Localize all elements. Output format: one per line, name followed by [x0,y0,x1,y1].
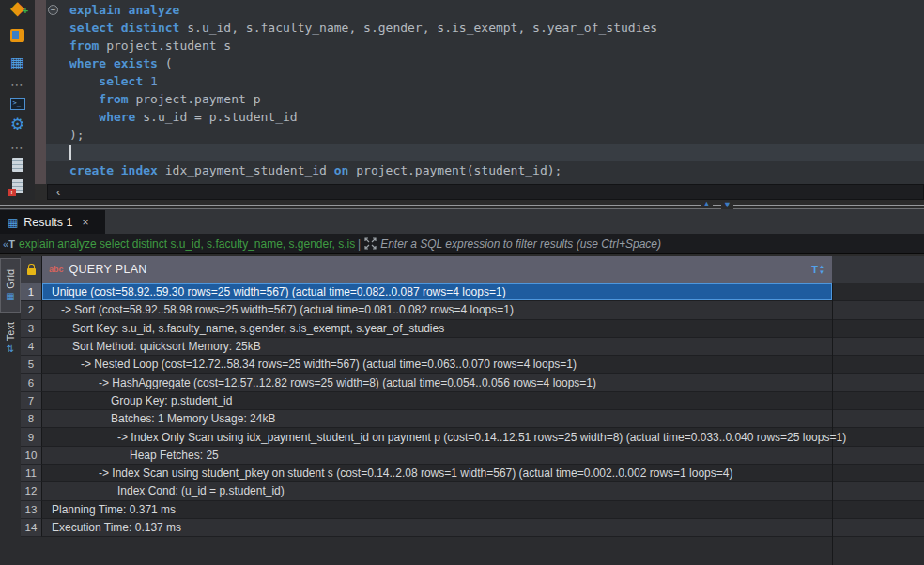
row-number-9[interactable]: 9 [21,428,42,446]
filter-input-placeholder[interactable]: Enter a SQL expression to filter results… [380,237,661,251]
plan-cell-7[interactable]: Group Key: p.student_id [42,392,924,409]
plan-row-1[interactable]: Unique (cost=58.92..59.30 rows=25 width=… [42,283,924,301]
maximize-panel-icon[interactable]: ▲ [701,200,713,208]
code-token [69,74,99,88]
code-token: s.u_id, s.faculty_name, s.gender, s.is_e… [179,21,657,35]
scroll-left-arrow-icon[interactable]: ‹ [56,186,60,198]
executed-query-text: explain analyze select distinct s.u_id, … [19,237,355,251]
row-number-13[interactable]: 13 [21,501,42,519]
toolbar-overflow-dots[interactable]: ⋯ [5,74,30,95]
data-table-button[interactable]: ▦ [5,52,30,72]
editor-line-3[interactable]: from project.student s [46,37,924,54]
row-number-12[interactable]: 12 [21,482,42,500]
row-number-8[interactable]: 8 [21,410,42,428]
plan-row-5[interactable]: -> Nested Loop (cost=12.72..58.34 rows=2… [42,356,924,374]
row-number-14[interactable]: 14 [21,519,42,537]
tab-text-view[interactable]: Text ⇅ [0,314,21,361]
plan-cell-5[interactable]: -> Nested Loop (cost=12.72..58.34 rows=2… [42,356,924,373]
plan-cell-13[interactable]: Planning Time: 0.371 ms [42,501,924,518]
editor-hscrollbar[interactable]: ‹ [47,184,924,200]
editor-line-6[interactable]: from project.payment p [46,90,924,108]
code-token: project.payment(student_id); [348,163,562,177]
ellipsis-icon: ⋯ [10,77,24,92]
filter-separator: | [358,237,361,251]
editor-line-7[interactable]: where s.u_id = p.student_id [46,108,924,126]
sql-editor-button[interactable] [5,25,30,46]
row-number-3[interactable]: 3 [21,320,42,338]
table-icon: ▦ [10,53,24,71]
code-token: 1 [143,74,158,88]
plan-cell-4[interactable]: Sort Method: quicksort Memory: 25kB [42,338,924,355]
gear-icon: ⚙ [10,115,24,134]
plan-row-12[interactable]: Index Cond: (u_id = p.student_id) [42,482,924,500]
row-number-7[interactable]: 7 [21,392,42,410]
settings-button[interactable]: ⚙ [5,114,30,134]
plan-cell-11[interactable]: -> Index Scan using student_pkey on stud… [42,465,924,481]
plan-row-10[interactable]: Heap Fetches: 25 [42,447,924,465]
tab-grid-view[interactable]: Grid ▦ [0,258,21,313]
row-number-6[interactable]: 6 [21,374,42,391]
plan-cell-text: Heap Fetches: 25 [42,449,219,462]
editor-line-10[interactable]: create index idx_payment_student_id on p… [46,161,924,179]
dbeaver-window: ◆+ ▦ ⋯ >_ ⚙ ⋯ ! −explain analyzeselect d… [0,0,924,565]
editor-line-9[interactable] [46,144,924,161]
plan-cell-1[interactable]: Unique (cost=58.92..59.30 rows=25 width=… [42,283,832,300]
minimize-panel-icon[interactable]: ▼ [721,201,733,209]
plan-cell-12[interactable]: Index Cond: (u_id = p.student_id) [42,482,924,499]
tab-results-1[interactable]: ▦ Results 1 × [0,210,105,235]
plan-row-8[interactable]: Batches: 1 Memory Usage: 24kB [42,410,924,428]
plan-row-7[interactable]: Group Key: p.student_id [42,392,924,410]
row-number-2[interactable]: 2 [21,301,42,319]
sql-console-button[interactable]: >_ [5,93,30,114]
plan-cell-2[interactable]: -> Sort (cost=58.92..58.98 rows=25 width… [42,301,924,318]
row-number-column: 1234567891011121314 [21,283,42,537]
editor-code-area[interactable]: −explain analyzeselect distinct s.u_id, … [46,1,924,179]
script-error-button[interactable]: ! [5,176,30,196]
row-number-11[interactable]: 11 [21,465,42,482]
plan-cell-text: Unique (cost=58.92..59.30 rows=25 width=… [42,285,506,298]
plan-cell-9[interactable]: -> Index Only Scan using idx_payment_stu… [42,428,924,445]
code-token: select [99,74,143,88]
new-connection-button[interactable]: ◆+ [5,0,30,18]
row-number-4[interactable]: 4 [21,338,42,356]
editor-line-5[interactable]: select 1 [46,72,924,90]
editor-line-8[interactable]: ); [46,126,924,144]
panel-splitter[interactable]: ▲ ▼ [0,200,924,208]
code-token: where exists [69,56,158,70]
column-filter-sort-icon[interactable]: T ▲▼ [811,264,824,275]
plan-row-6[interactable]: -> HashAggregate (cost=12.57..12.82 rows… [42,374,924,391]
plan-cell-10[interactable]: Heap Fetches: 25 [42,447,924,464]
plan-row-4[interactable]: Sort Method: quicksort Memory: 25kB [42,338,924,356]
sql-editor[interactable]: −explain analyzeselect distinct s.u_id, … [35,0,924,184]
plan-cell-6[interactable]: -> HashAggregate (cost=12.57..12.82 rows… [42,374,924,390]
plan-row-11[interactable]: -> Index Scan using student_pkey on stud… [42,465,924,482]
code-token: from [99,92,128,106]
plan-cell-8[interactable]: Batches: 1 Memory Usage: 24kB [42,410,924,427]
lock-icon [27,268,36,275]
plan-row-2[interactable]: -> Sort (cost=58.92..58.98 rows=25 width… [42,301,924,319]
plan-row-14[interactable]: Execution Time: 0.137 ms [42,519,924,537]
code-token [69,110,99,124]
editor-line-4[interactable]: where exists ( [46,54,924,72]
plan-cell-text: Sort Method: quicksort Memory: 25kB [42,340,261,353]
plan-cell-14[interactable]: Execution Time: 0.137 ms [42,519,924,536]
editor-line-1[interactable]: −explain analyze [46,1,924,19]
plan-row-13[interactable]: Planning Time: 0.371 ms [42,501,924,519]
plan-row-3[interactable]: Sort Key: s.u_id, s.faculty_name, s.gend… [42,320,924,338]
code-token: project.payment p [129,92,261,106]
row-number-5[interactable]: 5 [21,356,42,374]
column-header-label: QUERY PLAN [69,263,147,276]
editor-line-2[interactable]: select distinct s.u_id, s.faculty_name, … [46,19,924,37]
plan-cell-3[interactable]: Sort Key: s.u_id, s.faculty_name, s.gend… [42,320,924,337]
column-header-query-plan[interactable]: abc QUERY PLAN T ▲▼ [42,256,832,283]
close-icon[interactable]: × [82,216,88,229]
row-number-10[interactable]: 10 [21,447,42,465]
plan-row-9[interactable]: -> Index Only Scan using idx_payment_stu… [42,428,924,446]
results-tab-bar: ▦ Results 1 × [0,208,924,234]
row-number-1[interactable]: 1 [21,283,42,301]
fold-collapse-icon[interactable]: − [48,5,58,15]
script-file-button[interactable] [5,154,30,175]
expand-filter-icon[interactable] [364,237,377,250]
header-filler [832,256,924,283]
code-token [69,92,99,106]
